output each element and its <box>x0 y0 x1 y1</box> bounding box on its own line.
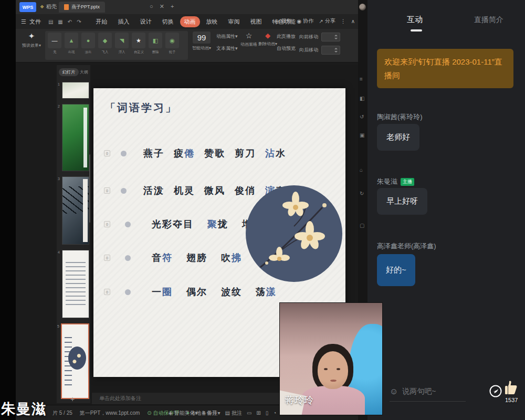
ribbon-tab-动画[interactable]: 动画 <box>180 16 200 27</box>
play-preview-buttons: 此页播放自动预览 <box>277 33 296 52</box>
emoji-icon[interactable]: ☺ <box>390 387 398 396</box>
vocab-word: 荡漾 <box>256 286 277 298</box>
tab-outline[interactable]: 大纲 <box>80 69 88 75</box>
status-tool-label: 批注 <box>232 410 242 417</box>
animation-preset-label: 轮子 <box>169 50 176 55</box>
store-tab[interactable]: ❖ 稻壳 <box>40 3 57 10</box>
status-tool[interactable]: ⊞ <box>256 410 260 417</box>
ribbon-tab-设计[interactable]: 设计 <box>136 16 156 27</box>
animation-preset-淡出[interactable]: ●淡出 <box>81 33 96 58</box>
animation-preset-飞入[interactable]: ◆飞入 <box>98 33 112 58</box>
animation-preset-浮入[interactable]: ◥浮入 <box>114 33 129 58</box>
reorder-animation-controls: 向前移动向后移动 <box>299 33 340 55</box>
ribbon-button-服务[interactable]: ◎服务 <box>275 17 292 25</box>
ribbon-tab-审阅[interactable]: 审阅 <box>224 16 244 27</box>
ribbon-button-协作[interactable]: ◉协作 <box>297 17 314 25</box>
avatar[interactable] <box>359 4 366 10</box>
home-icon[interactable]: ⌂ <box>360 167 363 173</box>
ribbon-tab-开始[interactable]: 开始 <box>92 16 112 27</box>
status-tool[interactable]: ≡备注▾ <box>203 410 220 417</box>
服务-icon: ◎ <box>275 18 280 24</box>
status-item[interactable]: 片 5 / 25 <box>52 410 72 417</box>
animation-preset-label: 淡出 <box>85 50 92 55</box>
toolbar-button-此页播放[interactable]: 此页播放 <box>277 33 296 40</box>
hamburger-icon[interactable]: ☰ <box>21 18 26 25</box>
menu-icon[interactable]: ≡ <box>360 76 363 82</box>
board-icon[interactable]: ▣ <box>360 132 364 138</box>
status-tool[interactable]: ▭ <box>247 410 251 417</box>
refresh-icon[interactable]: ○ <box>150 3 153 10</box>
slide-thumbnail-2[interactable]: 2 <box>62 104 89 171</box>
smart-animation-label: 智能动画▾ <box>191 45 212 51</box>
collapse-ribbon-icon[interactable]: ∧ <box>351 18 355 24</box>
animation-order-badge: 0 <box>104 255 110 261</box>
preset-glyph: — <box>52 37 58 44</box>
animation-pane-icon: ☆ <box>240 32 257 40</box>
chat-message-bubble: 好的~ <box>377 254 415 286</box>
toolbar-button-动画属性▾[interactable]: 动画属性▾ <box>216 33 238 40</box>
vocab-word: 吹拂 <box>221 251 242 264</box>
animation-preset-icon: ◥ <box>115 33 129 48</box>
smart-animation-button[interactable]: 99 智能动画▾ <box>191 32 212 51</box>
dingtalk-logo-icon[interactable] <box>489 385 502 397</box>
print-icon[interactable]: ▦ <box>58 19 62 25</box>
tab-interaction[interactable]: 互动 <box>407 15 423 25</box>
reorder-stepper[interactable] <box>321 46 340 55</box>
tab-slides[interactable]: 幻灯片 <box>59 68 79 76</box>
slide-title: 「词语学习」 <box>105 101 177 115</box>
animation-preset-出现[interactable]: ▲出现 <box>64 33 79 58</box>
vocab-word: 波纹 <box>221 286 242 298</box>
undo-icon[interactable]: ↶ <box>68 19 72 25</box>
eye <box>337 368 340 370</box>
ribbon-tab-插入[interactable]: 插入 <box>114 16 134 27</box>
status-tool[interactable]: ▯ <box>266 410 269 417</box>
animation-preset-无[interactable]: —无 <box>47 33 62 58</box>
status-item[interactable]: 第一PPT，www.1ppt.com <box>80 410 140 417</box>
live-chat-panel: 互动 直播简介 欢迎来到“钉钉直播 2023-01-11”直播间 陶淑茜(蒋玲玲… <box>368 0 525 420</box>
animation-preset-擦除[interactable]: ◧擦除 <box>148 33 163 58</box>
status-tool[interactable]: ◈智能美化▾ <box>169 410 198 417</box>
animation-preset-自定义[interactable]: ★自定义 <box>131 33 146 58</box>
status-tool[interactable]: ◔ <box>273 410 276 417</box>
tab-live-intro[interactable]: 直播简介 <box>474 15 503 25</box>
toolbar-button-文本属性▾[interactable]: 文本属性▾ <box>216 45 238 52</box>
delete-animation-icon: ◆ <box>258 32 277 39</box>
active-tab-underline <box>411 29 422 32</box>
wps-titlebar: WPS ❖ 稻壳 燕子PPT.pptx ○✕+ <box>16 0 358 14</box>
status-tool[interactable]: ▤批注 <box>225 410 242 417</box>
chat-message-bubble: 早上好呀 <box>377 188 427 215</box>
new-tab-icon[interactable]: + <box>171 3 174 10</box>
file-menu[interactable]: 文件 <box>29 18 41 26</box>
slide-thumbnail-4[interactable]: 4 <box>62 250 89 318</box>
reorder-stepper[interactable] <box>321 33 340 41</box>
pen-icon[interactable]: ◧ <box>360 96 364 101</box>
stop-icon[interactable]: ▢ <box>360 223 364 228</box>
redo-icon[interactable]: ↷ <box>77 19 81 25</box>
preset-effects-button[interactable]: ✦ 预设效果▾ <box>20 32 43 48</box>
save-icon[interactable]: ▤ <box>48 19 53 25</box>
more-icon[interactable]: ⋮ <box>341 18 346 24</box>
animation-preset-轮子[interactable]: ◉轮子 <box>165 33 180 58</box>
wps-logo[interactable]: WPS <box>19 2 36 12</box>
document-tab[interactable]: 燕子PPT.pptx <box>59 2 105 13</box>
ribbon-button-分享[interactable]: ↗分享 <box>319 17 335 25</box>
chat-input[interactable]: ☺ 说两句吧~ <box>390 387 436 396</box>
slide-thumbnail-3[interactable]: 3 <box>62 176 89 245</box>
animation-pane-button[interactable]: ☆ 动画窗格 <box>240 32 257 47</box>
slide-thumbnail-5[interactable]: 5 <box>61 323 89 399</box>
refresh-icon[interactable]: ↻ <box>360 191 364 196</box>
delete-animation-button[interactable]: ◆ 删除动画▾ <box>258 32 277 47</box>
webcam-video-overlay[interactable]: 蒋玲玲 <box>280 303 382 415</box>
ribbon-tab-放映[interactable]: 放映 <box>202 16 222 27</box>
new-slide-button[interactable]: + <box>70 395 75 403</box>
like-count: 1537 <box>505 397 518 403</box>
ribbon-tab-切换[interactable]: 切换 <box>158 16 178 27</box>
preset-glyph: ◉ <box>170 37 175 44</box>
toolbar-button-自动预览[interactable]: 自动预览 <box>277 45 296 52</box>
close-icon[interactable]: ✕ <box>160 3 164 10</box>
undo-icon[interactable]: ↺ <box>360 114 364 120</box>
slide-thumbnail-1[interactable]: 1 <box>62 82 89 99</box>
ribbon-tab-视图[interactable]: 视图 <box>246 16 266 27</box>
like-thumbs-up-button[interactable] <box>504 380 519 396</box>
animation-property-buttons: 动画属性▾文本属性▾ <box>216 33 238 52</box>
